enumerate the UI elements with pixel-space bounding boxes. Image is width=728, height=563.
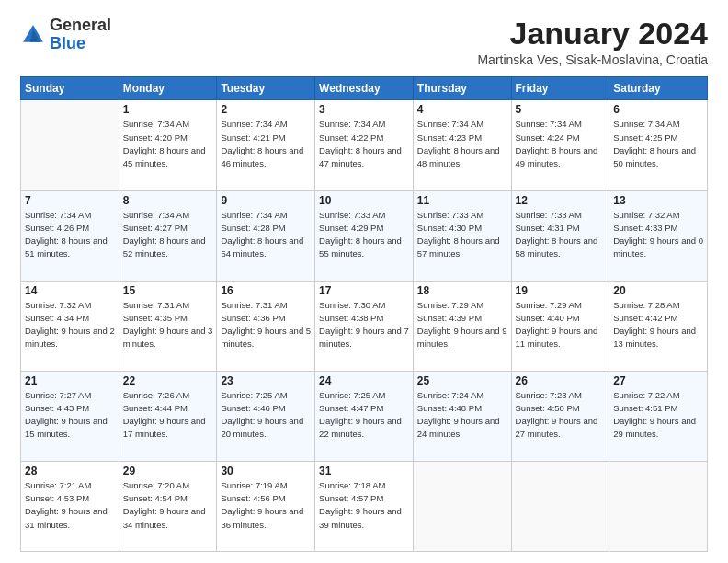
sunrise-text: Sunrise: 7:31 AM [123, 300, 189, 310]
daylight-text: Daylight: 9 hours and 5 minutes. [221, 326, 311, 349]
daylight-text: Daylight: 9 hours and 9 minutes. [417, 326, 507, 349]
table-row: 6Sunrise: 7:34 AMSunset: 4:25 PMDaylight… [609, 100, 708, 190]
daylight-text: Daylight: 9 hours and 15 minutes. [25, 416, 108, 439]
day-info: Sunrise: 7:28 AMSunset: 4:42 PMDaylight:… [613, 299, 703, 351]
table-row: 9Sunrise: 7:34 AMSunset: 4:28 PMDaylight… [217, 190, 315, 281]
day-info: Sunrise: 7:34 AMSunset: 4:24 PMDaylight:… [516, 118, 606, 170]
day-number: 9 [221, 194, 311, 207]
table-row: 22Sunrise: 7:26 AMSunset: 4:44 PMDayligh… [119, 371, 217, 461]
day-number: 20 [613, 284, 703, 297]
daylight-text: Daylight: 9 hours and 0 minutes. [613, 236, 703, 259]
sunset-text: Sunset: 4:48 PM [417, 403, 482, 413]
sunset-text: Sunset: 4:27 PM [123, 223, 188, 233]
day-number: 19 [516, 284, 606, 297]
table-row: 28Sunrise: 7:21 AMSunset: 4:53 PMDayligh… [21, 461, 119, 551]
day-number: 3 [319, 103, 409, 116]
sunset-text: Sunset: 4:22 PM [319, 132, 383, 143]
calendar-table: Sunday Monday Tuesday Wednesday Thursday… [20, 76, 708, 552]
table-row: 15Sunrise: 7:31 AMSunset: 4:35 PMDayligh… [119, 281, 217, 371]
sunrise-text: Sunrise: 7:31 AM [221, 300, 287, 310]
day-info: Sunrise: 7:20 AMSunset: 4:54 PMDaylight:… [123, 479, 213, 532]
table-row: 8Sunrise: 7:34 AMSunset: 4:27 PMDaylight… [119, 190, 217, 281]
day-number: 27 [613, 374, 703, 387]
daylight-text: Daylight: 8 hours and 45 minutes. [123, 145, 206, 168]
sunrise-text: Sunrise: 7:28 AM [613, 300, 679, 310]
table-row: 1Sunrise: 7:34 AMSunset: 4:20 PMDaylight… [119, 100, 217, 190]
sunset-text: Sunset: 4:21 PM [221, 132, 285, 143]
sunset-text: Sunset: 4:28 PM [221, 223, 285, 233]
day-number: 18 [417, 284, 507, 297]
sunrise-text: Sunrise: 7:21 AM [25, 480, 91, 490]
sunset-text: Sunset: 4:23 PM [417, 132, 482, 143]
col-sunday: Sunday [21, 77, 119, 100]
table-row: 25Sunrise: 7:24 AMSunset: 4:48 PMDayligh… [413, 371, 511, 461]
table-row: 18Sunrise: 7:29 AMSunset: 4:39 PMDayligh… [413, 281, 511, 371]
day-number: 22 [123, 374, 213, 387]
sunrise-text: Sunrise: 7:33 AM [516, 210, 582, 220]
day-number: 12 [516, 194, 606, 207]
day-info: Sunrise: 7:32 AMSunset: 4:33 PMDaylight:… [613, 209, 703, 261]
daylight-text: Daylight: 9 hours and 11 minutes. [516, 326, 598, 349]
calendar-week-row: 14Sunrise: 7:32 AMSunset: 4:34 PMDayligh… [21, 281, 708, 371]
table-row: 7Sunrise: 7:34 AMSunset: 4:26 PMDaylight… [21, 190, 119, 281]
day-info: Sunrise: 7:34 AMSunset: 4:27 PMDaylight:… [123, 209, 213, 261]
day-number: 10 [319, 194, 409, 207]
table-row: 26Sunrise: 7:23 AMSunset: 4:50 PMDayligh… [511, 371, 609, 461]
sunset-text: Sunset: 4:33 PM [613, 223, 677, 233]
table-row: 13Sunrise: 7:32 AMSunset: 4:33 PMDayligh… [609, 190, 708, 281]
location: Martinska Ves, Sisak-Moslavina, Croatia [477, 52, 708, 67]
day-number: 16 [221, 284, 311, 297]
day-info: Sunrise: 7:34 AMSunset: 4:25 PMDaylight:… [613, 118, 703, 170]
calendar-week-row: 21Sunrise: 7:27 AMSunset: 4:43 PMDayligh… [21, 371, 708, 461]
calendar-week-row: 7Sunrise: 7:34 AMSunset: 4:26 PMDaylight… [21, 190, 708, 281]
sunrise-text: Sunrise: 7:26 AM [123, 390, 189, 400]
header: General Blue January 2024 Martinska Ves,… [20, 17, 708, 67]
sunrise-text: Sunrise: 7:22 AM [613, 390, 679, 400]
table-row: 30Sunrise: 7:19 AMSunset: 4:56 PMDayligh… [217, 461, 315, 551]
day-info: Sunrise: 7:33 AMSunset: 4:29 PMDaylight:… [319, 209, 409, 261]
sunset-text: Sunset: 4:20 PM [123, 132, 188, 143]
daylight-text: Daylight: 9 hours and 2 minutes. [25, 326, 115, 349]
day-info: Sunrise: 7:34 AMSunset: 4:21 PMDaylight:… [221, 118, 311, 170]
sunrise-text: Sunrise: 7:29 AM [516, 300, 582, 310]
daylight-text: Daylight: 9 hours and 39 minutes. [319, 506, 402, 529]
sunset-text: Sunset: 4:29 PM [319, 223, 383, 233]
logo: General Blue [20, 17, 111, 53]
sunset-text: Sunset: 4:31 PM [516, 223, 580, 233]
day-number: 6 [613, 103, 703, 116]
table-row [511, 461, 609, 551]
daylight-text: Daylight: 8 hours and 58 minutes. [516, 236, 598, 259]
sunrise-text: Sunrise: 7:20 AM [123, 480, 189, 490]
sunrise-text: Sunrise: 7:24 AM [417, 390, 483, 400]
sunrise-text: Sunrise: 7:34 AM [123, 210, 189, 220]
table-row: 29Sunrise: 7:20 AMSunset: 4:54 PMDayligh… [119, 461, 217, 551]
day-info: Sunrise: 7:31 AMSunset: 4:35 PMDaylight:… [123, 299, 213, 351]
sunset-text: Sunset: 4:54 PM [123, 493, 188, 503]
table-row: 17Sunrise: 7:30 AMSunset: 4:38 PMDayligh… [315, 281, 414, 371]
col-thursday: Thursday [413, 77, 511, 100]
day-info: Sunrise: 7:29 AMSunset: 4:39 PMDaylight:… [417, 299, 507, 351]
day-info: Sunrise: 7:34 AMSunset: 4:23 PMDaylight:… [417, 118, 507, 170]
table-row: 3Sunrise: 7:34 AMSunset: 4:22 PMDaylight… [315, 100, 414, 190]
day-info: Sunrise: 7:34 AMSunset: 4:20 PMDaylight:… [123, 118, 213, 170]
table-row: 19Sunrise: 7:29 AMSunset: 4:40 PMDayligh… [511, 281, 609, 371]
table-row [413, 461, 511, 551]
day-info: Sunrise: 7:22 AMSunset: 4:51 PMDaylight:… [613, 389, 703, 442]
logo-icon [20, 22, 46, 48]
sunrise-text: Sunrise: 7:33 AM [417, 210, 483, 220]
daylight-text: Daylight: 9 hours and 31 minutes. [25, 506, 108, 529]
day-number: 28 [25, 465, 115, 477]
sunrise-text: Sunrise: 7:23 AM [516, 390, 582, 400]
sunrise-text: Sunrise: 7:32 AM [613, 210, 679, 220]
daylight-text: Daylight: 8 hours and 54 minutes. [221, 236, 303, 259]
sunrise-text: Sunrise: 7:19 AM [221, 480, 287, 490]
table-row: 12Sunrise: 7:33 AMSunset: 4:31 PMDayligh… [511, 190, 609, 281]
table-row: 21Sunrise: 7:27 AMSunset: 4:43 PMDayligh… [21, 371, 119, 461]
daylight-text: Daylight: 9 hours and 17 minutes. [123, 416, 206, 439]
day-info: Sunrise: 7:34 AMSunset: 4:26 PMDaylight:… [25, 209, 115, 261]
day-number: 31 [319, 465, 409, 477]
table-row: 11Sunrise: 7:33 AMSunset: 4:30 PMDayligh… [413, 190, 511, 281]
sunrise-text: Sunrise: 7:34 AM [613, 119, 679, 129]
sunset-text: Sunset: 4:24 PM [516, 132, 580, 143]
col-tuesday: Tuesday [217, 77, 315, 100]
